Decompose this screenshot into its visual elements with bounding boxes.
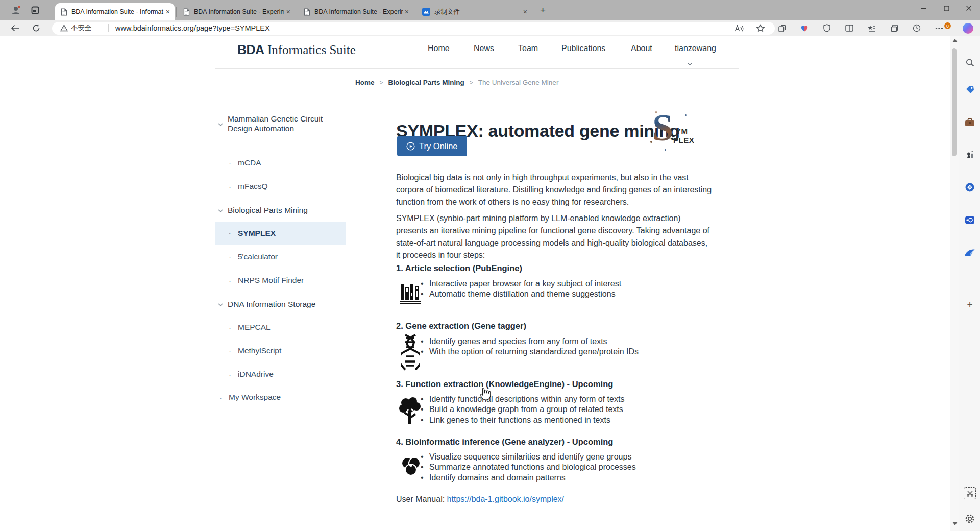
- split-screen-icon[interactable]: [843, 20, 855, 36]
- document-favicon-icon: [61, 8, 67, 16]
- history-icon[interactable]: [911, 20, 923, 36]
- tab-close-icon[interactable]: ×: [166, 8, 170, 15]
- tab-title: BDA Information Suite - Informat: [71, 8, 164, 15]
- scrollbar-thumb[interactable]: [952, 48, 957, 156]
- favorites-bar-icon[interactable]: [866, 20, 878, 36]
- search-icon[interactable]: [964, 57, 975, 68]
- sidebar-item-mepcal[interactable]: ·MEPCAL: [215, 316, 346, 339]
- step-bullet: Identify genes and species from any form…: [421, 336, 727, 347]
- sidebar-item-biological-parts-mining[interactable]: Biological Parts Mining: [215, 199, 346, 221]
- games-icon[interactable]: [964, 149, 975, 160]
- nav-item-about[interactable]: About: [631, 44, 652, 53]
- browser-tab[interactable]: BDA Information Suite - Experim×: [298, 3, 413, 20]
- browser-tab[interactable]: 录制文件×: [416, 3, 532, 20]
- tab-close-icon[interactable]: ×: [523, 8, 527, 15]
- user-menu[interactable]: tianzewang: [675, 44, 716, 53]
- scroll-down-arrow[interactable]: [952, 522, 958, 525]
- sidebar-item-5-calculator[interactable]: ·5'calculator: [215, 246, 346, 268]
- site-logo[interactable]: BDA Informatics Suite: [237, 42, 356, 57]
- wing-icon[interactable]: [964, 247, 975, 258]
- tab-divider: [534, 7, 534, 17]
- security-indicator[interactable]: 不安全: [60, 20, 92, 36]
- step-heading: 4. Bioinformatic inference (Gene analyze…: [396, 437, 613, 447]
- user-manual-line: User Manual: https://bda-1.gitbook.io/sy…: [396, 495, 564, 504]
- nav-item-publications[interactable]: Publications: [561, 44, 605, 53]
- user-manual-label: User Manual:: [396, 495, 445, 503]
- sidebar-item-symplex[interactable]: ·SYMPLEX: [215, 222, 346, 245]
- toolbox-icon[interactable]: [964, 116, 975, 128]
- read-aloud-icon[interactable]: [733, 20, 745, 36]
- copy-tabs-icon[interactable]: [776, 20, 788, 36]
- chevron-down-icon[interactable]: [687, 58, 693, 67]
- page-scrollbar[interactable]: [950, 36, 959, 531]
- symplex-logo-plex: PLEX: [673, 136, 694, 144]
- chevron-down-icon[interactable]: [218, 299, 223, 308]
- sidebar-item-mfacsq[interactable]: ·mFacsQ: [215, 175, 346, 198]
- nav-item-team[interactable]: Team: [518, 44, 538, 53]
- profile-avatar-icon[interactable]: [9, 4, 22, 17]
- url-field[interactable]: www.bdainformatics.org/page?type=SYMPLEX: [115, 20, 270, 36]
- copilot-icon[interactable]: [963, 23, 973, 34]
- logo-speckle: [665, 149, 666, 151]
- minimize-button[interactable]: [913, 0, 935, 16]
- screenshot-tool-icon[interactable]: [964, 487, 976, 499]
- play-circle-icon: [406, 142, 415, 151]
- site-logo-bold: BDA: [237, 42, 264, 57]
- shopping-icon[interactable]: [964, 84, 975, 95]
- tab-actions-icon[interactable]: [29, 4, 42, 17]
- step-bullet: Build a knowledge graph from a group of …: [421, 404, 727, 415]
- new-tab-button[interactable]: +: [540, 5, 546, 15]
- nav-item-home[interactable]: Home: [428, 44, 450, 53]
- header-divider: [215, 68, 739, 69]
- designer-icon[interactable]: [964, 182, 975, 193]
- sidebar-item-label: Biological Parts Mining: [228, 205, 335, 215]
- sidebar-item-my-workspace[interactable]: ·My Workspace: [215, 386, 346, 408]
- sidebar-item-mammalian-genetic-circuit-design-automation[interactable]: Mammalian Genetic Circuit Design Automat…: [215, 108, 346, 139]
- close-button[interactable]: [958, 0, 980, 16]
- breadcrumb-item[interactable]: Home: [355, 79, 375, 86]
- step-bullet: Identify functional descriptions within …: [421, 394, 727, 404]
- sidebar-item-mcda[interactable]: ·mCDA: [215, 152, 346, 174]
- shield-icon[interactable]: [821, 20, 833, 36]
- tab-close-icon[interactable]: ×: [286, 8, 290, 15]
- item-bullet: ·: [229, 159, 231, 167]
- sidebar-item-methylscript[interactable]: ·MethylScript: [215, 340, 346, 362]
- favorites-star-icon[interactable]: [754, 20, 767, 36]
- item-bullet: ·: [229, 347, 231, 355]
- refresh-icon[interactable]: [30, 20, 43, 36]
- item-bullet: ·: [229, 253, 231, 261]
- breadcrumb-item[interactable]: Biological Parts Mining: [388, 79, 464, 86]
- item-bullet: ·: [219, 393, 222, 402]
- item-bullet: ·: [229, 182, 231, 191]
- browser-titlebar: BDA Information Suite - Informat×BDA Inf…: [0, 0, 980, 20]
- back-icon[interactable]: [8, 20, 21, 36]
- chevron-down-icon[interactable]: [218, 119, 223, 128]
- browser-tab[interactable]: BDA Information Suite - Informat×: [55, 3, 175, 20]
- sidebar-item-nrps-motif-finder[interactable]: ·NRPS Motif Finder: [215, 269, 346, 292]
- maximize-button[interactable]: [935, 0, 958, 16]
- browser-essentials-icon[interactable]: [798, 20, 811, 36]
- add-sidebar-item-button[interactable]: +: [964, 299, 975, 310]
- tab-divider: [415, 7, 415, 17]
- sidebar-item-idnadrive[interactable]: ·iDNAdrive: [215, 363, 346, 385]
- settings-gear-icon[interactable]: [964, 513, 975, 524]
- scroll-up-arrow[interactable]: [952, 39, 958, 42]
- chevron-down-icon[interactable]: [218, 205, 223, 214]
- extensions-menu-icon[interactable]: [933, 20, 945, 36]
- media-capture-icon[interactable]: [964, 214, 975, 226]
- dna-helix-icon: [401, 334, 420, 373]
- step-bullet: Link genes to their functions as mention…: [421, 415, 727, 425]
- user-manual-link[interactable]: https://bda-1.gitbook.io/symplex/: [447, 495, 564, 503]
- tab-divider: [297, 7, 297, 17]
- browser-tab[interactable]: BDA Information Suite - Experim×: [178, 3, 295, 20]
- warning-icon: [60, 25, 68, 32]
- step-heading: 2. Gene extraction (Gene tagger): [396, 321, 526, 331]
- logo-speckle: [650, 141, 652, 143]
- collections-icon[interactable]: [888, 20, 900, 36]
- sidebar-item-dna-information-storage[interactable]: DNA Information Storage: [215, 293, 346, 315]
- nav-item-news[interactable]: News: [474, 44, 494, 53]
- tab-close-icon[interactable]: ×: [405, 8, 409, 15]
- step-bullet: Identify domains and domain patterns: [421, 473, 727, 483]
- sidebar-item-label: MEPCAL: [238, 323, 271, 332]
- try-online-button[interactable]: Try Online: [397, 136, 467, 156]
